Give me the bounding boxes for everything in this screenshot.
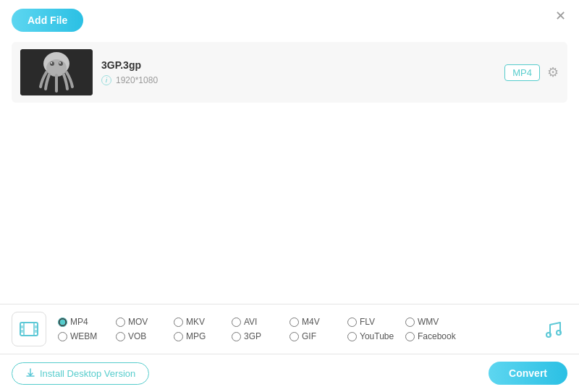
file-info: 3GP.3gp i 1920*1080 bbox=[93, 59, 504, 85]
format-radio-gif[interactable] bbox=[290, 332, 299, 341]
format-bar: MP4 MOV MKV AVI M4V bbox=[0, 304, 579, 354]
svg-point-3 bbox=[50, 61, 54, 66]
format-option-mov[interactable]: MOV bbox=[116, 317, 174, 327]
music-icon-box[interactable] bbox=[538, 315, 567, 344]
svg-rect-11 bbox=[35, 330, 38, 333]
svg-point-15 bbox=[557, 331, 561, 335]
svg-point-5 bbox=[51, 62, 52, 64]
format-option-vob[interactable]: VOB bbox=[116, 331, 174, 341]
format-radio-m4v[interactable] bbox=[290, 318, 299, 327]
install-desktop-button[interactable]: Install Desktop Version bbox=[12, 362, 149, 385]
format-option-mkv[interactable]: MKV bbox=[174, 317, 232, 327]
download-icon bbox=[25, 368, 35, 378]
close-icon: ✕ bbox=[555, 8, 566, 24]
settings-icon[interactable]: ⚙ bbox=[547, 64, 559, 80]
svg-rect-10 bbox=[35, 325, 38, 328]
format-option-m4v[interactable]: M4V bbox=[290, 317, 347, 327]
formats-row1: MP4 MOV MKV AVI M4V bbox=[58, 317, 538, 327]
format-option-youtube[interactable]: YouTube bbox=[347, 331, 405, 341]
format-radio-avi[interactable] bbox=[232, 318, 241, 327]
format-option-3gp[interactable]: 3GP bbox=[232, 331, 290, 341]
film-icon-box[interactable] bbox=[12, 312, 46, 346]
format-radio-3gp[interactable] bbox=[232, 332, 241, 341]
format-option-gif[interactable]: GIF bbox=[290, 331, 347, 341]
svg-rect-8 bbox=[20, 325, 23, 328]
format-option-wmv[interactable]: WMV bbox=[405, 317, 463, 327]
svg-rect-9 bbox=[20, 330, 23, 333]
bottom-section: MP4 MOV MKV AVI M4V bbox=[0, 304, 579, 392]
file-meta: i 1920*1080 bbox=[101, 75, 496, 85]
action-bar: Install Desktop Version Convert bbox=[0, 354, 579, 392]
close-button[interactable]: ✕ bbox=[553, 9, 567, 23]
format-radio-mpg[interactable] bbox=[174, 332, 183, 341]
format-radio-mkv[interactable] bbox=[174, 318, 183, 327]
info-icon: i bbox=[101, 75, 111, 85]
music-icon bbox=[543, 319, 563, 339]
file-name: 3GP.3gp bbox=[101, 59, 496, 71]
svg-point-14 bbox=[546, 333, 551, 337]
format-radio-wmv[interactable] bbox=[405, 318, 415, 327]
format-radio-mov[interactable] bbox=[116, 318, 125, 327]
formats-row2: WEBM VOB MPG 3GP GIF bbox=[58, 331, 538, 341]
convert-button[interactable]: Convert bbox=[489, 362, 567, 385]
file-actions: MP4 ⚙ bbox=[504, 64, 559, 81]
format-radio-youtube[interactable] bbox=[347, 332, 357, 341]
formats-container: MP4 MOV MKV AVI M4V bbox=[58, 317, 538, 341]
top-bar: Add File bbox=[0, 0, 579, 39]
format-radio-flv[interactable] bbox=[347, 318, 357, 327]
format-option-mp4[interactable]: MP4 bbox=[58, 317, 116, 327]
film-icon bbox=[19, 319, 39, 339]
format-radio-vob[interactable] bbox=[116, 332, 125, 341]
file-list: 3GP.3gp i 1920*1080 MP4 ⚙ bbox=[12, 42, 567, 103]
file-thumbnail bbox=[20, 49, 93, 95]
format-option-webm[interactable]: WEBM bbox=[58, 331, 116, 341]
format-option-avi[interactable]: AVI bbox=[232, 317, 290, 327]
format-radio-mp4[interactable] bbox=[58, 318, 67, 327]
format-radio-facebook[interactable] bbox=[405, 332, 415, 341]
format-option-flv[interactable]: FLV bbox=[347, 317, 405, 327]
format-option-mpg[interactable]: MPG bbox=[174, 331, 232, 341]
add-file-button[interactable]: Add File bbox=[12, 9, 83, 32]
file-resolution: 1920*1080 bbox=[116, 75, 158, 85]
format-radio-webm[interactable] bbox=[58, 332, 67, 341]
svg-point-6 bbox=[59, 62, 61, 64]
svg-point-4 bbox=[59, 61, 63, 66]
format-badge[interactable]: MP4 bbox=[504, 64, 540, 81]
install-label: Install Desktop Version bbox=[40, 368, 135, 379]
svg-rect-7 bbox=[20, 323, 38, 336]
format-option-facebook[interactable]: Facebook bbox=[405, 331, 463, 341]
